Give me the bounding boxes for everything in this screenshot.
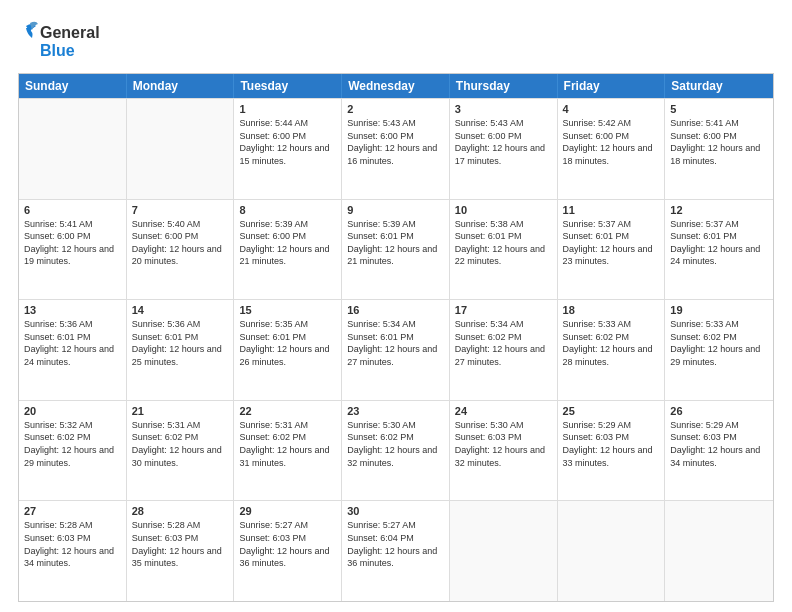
cell-info: Sunrise: 5:43 AM Sunset: 6:00 PM Dayligh… <box>455 117 552 167</box>
day-number: 30 <box>347 505 444 517</box>
day-number: 23 <box>347 405 444 417</box>
cal-cell: 14Sunrise: 5:36 AM Sunset: 6:01 PM Dayli… <box>127 300 235 400</box>
cal-cell: 9Sunrise: 5:39 AM Sunset: 6:01 PM Daylig… <box>342 200 450 300</box>
cal-cell: 7Sunrise: 5:40 AM Sunset: 6:00 PM Daylig… <box>127 200 235 300</box>
cell-info: Sunrise: 5:33 AM Sunset: 6:02 PM Dayligh… <box>670 318 768 368</box>
cell-info: Sunrise: 5:35 AM Sunset: 6:01 PM Dayligh… <box>239 318 336 368</box>
calendar: SundayMondayTuesdayWednesdayThursdayFrid… <box>18 73 774 602</box>
calendar-body: 1Sunrise: 5:44 AM Sunset: 6:00 PM Daylig… <box>19 98 773 601</box>
cal-cell: 17Sunrise: 5:34 AM Sunset: 6:02 PM Dayli… <box>450 300 558 400</box>
cell-info: Sunrise: 5:39 AM Sunset: 6:00 PM Dayligh… <box>239 218 336 268</box>
cal-cell: 2Sunrise: 5:43 AM Sunset: 6:00 PM Daylig… <box>342 99 450 199</box>
cal-cell: 6Sunrise: 5:41 AM Sunset: 6:00 PM Daylig… <box>19 200 127 300</box>
cal-cell: 13Sunrise: 5:36 AM Sunset: 6:01 PM Dayli… <box>19 300 127 400</box>
day-number: 16 <box>347 304 444 316</box>
day-number: 3 <box>455 103 552 115</box>
day-number: 20 <box>24 405 121 417</box>
day-number: 27 <box>24 505 121 517</box>
cal-cell: 30Sunrise: 5:27 AM Sunset: 6:04 PM Dayli… <box>342 501 450 601</box>
cell-info: Sunrise: 5:41 AM Sunset: 6:00 PM Dayligh… <box>24 218 121 268</box>
day-number: 22 <box>239 405 336 417</box>
cal-week-5: 27Sunrise: 5:28 AM Sunset: 6:03 PM Dayli… <box>19 500 773 601</box>
cell-info: Sunrise: 5:42 AM Sunset: 6:00 PM Dayligh… <box>563 117 660 167</box>
cell-info: Sunrise: 5:43 AM Sunset: 6:00 PM Dayligh… <box>347 117 444 167</box>
cell-info: Sunrise: 5:32 AM Sunset: 6:02 PM Dayligh… <box>24 419 121 469</box>
cal-header-saturday: Saturday <box>665 74 773 98</box>
cell-info: Sunrise: 5:31 AM Sunset: 6:02 PM Dayligh… <box>239 419 336 469</box>
cal-cell: 16Sunrise: 5:34 AM Sunset: 6:01 PM Dayli… <box>342 300 450 400</box>
day-number: 12 <box>670 204 768 216</box>
cell-info: Sunrise: 5:37 AM Sunset: 6:01 PM Dayligh… <box>670 218 768 268</box>
cal-cell: 18Sunrise: 5:33 AM Sunset: 6:02 PM Dayli… <box>558 300 666 400</box>
day-number: 17 <box>455 304 552 316</box>
cell-info: Sunrise: 5:38 AM Sunset: 6:01 PM Dayligh… <box>455 218 552 268</box>
day-number: 2 <box>347 103 444 115</box>
cal-cell: 1Sunrise: 5:44 AM Sunset: 6:00 PM Daylig… <box>234 99 342 199</box>
cell-info: Sunrise: 5:29 AM Sunset: 6:03 PM Dayligh… <box>670 419 768 469</box>
cal-cell: 26Sunrise: 5:29 AM Sunset: 6:03 PM Dayli… <box>665 401 773 501</box>
calendar-header-row: SundayMondayTuesdayWednesdayThursdayFrid… <box>19 74 773 98</box>
cal-week-1: 1Sunrise: 5:44 AM Sunset: 6:00 PM Daylig… <box>19 98 773 199</box>
cal-week-2: 6Sunrise: 5:41 AM Sunset: 6:00 PM Daylig… <box>19 199 773 300</box>
cal-cell <box>127 99 235 199</box>
cal-cell: 8Sunrise: 5:39 AM Sunset: 6:00 PM Daylig… <box>234 200 342 300</box>
cal-cell: 11Sunrise: 5:37 AM Sunset: 6:01 PM Dayli… <box>558 200 666 300</box>
cell-info: Sunrise: 5:30 AM Sunset: 6:02 PM Dayligh… <box>347 419 444 469</box>
day-number: 19 <box>670 304 768 316</box>
day-number: 7 <box>132 204 229 216</box>
cell-info: Sunrise: 5:36 AM Sunset: 6:01 PM Dayligh… <box>24 318 121 368</box>
cal-week-3: 13Sunrise: 5:36 AM Sunset: 6:01 PM Dayli… <box>19 299 773 400</box>
cal-cell: 22Sunrise: 5:31 AM Sunset: 6:02 PM Dayli… <box>234 401 342 501</box>
day-number: 25 <box>563 405 660 417</box>
cell-info: Sunrise: 5:29 AM Sunset: 6:03 PM Dayligh… <box>563 419 660 469</box>
svg-text:Blue: Blue <box>40 42 75 59</box>
cell-info: Sunrise: 5:39 AM Sunset: 6:01 PM Dayligh… <box>347 218 444 268</box>
cal-cell: 24Sunrise: 5:30 AM Sunset: 6:03 PM Dayli… <box>450 401 558 501</box>
cal-cell: 27Sunrise: 5:28 AM Sunset: 6:03 PM Dayli… <box>19 501 127 601</box>
cal-header-monday: Monday <box>127 74 235 98</box>
day-number: 5 <box>670 103 768 115</box>
cal-cell: 29Sunrise: 5:27 AM Sunset: 6:03 PM Dayli… <box>234 501 342 601</box>
day-number: 18 <box>563 304 660 316</box>
cal-cell: 21Sunrise: 5:31 AM Sunset: 6:02 PM Dayli… <box>127 401 235 501</box>
day-number: 28 <box>132 505 229 517</box>
cell-info: Sunrise: 5:30 AM Sunset: 6:03 PM Dayligh… <box>455 419 552 469</box>
cal-header-sunday: Sunday <box>19 74 127 98</box>
cell-info: Sunrise: 5:41 AM Sunset: 6:00 PM Dayligh… <box>670 117 768 167</box>
day-number: 26 <box>670 405 768 417</box>
cal-cell <box>19 99 127 199</box>
day-number: 6 <box>24 204 121 216</box>
day-number: 11 <box>563 204 660 216</box>
day-number: 9 <box>347 204 444 216</box>
day-number: 10 <box>455 204 552 216</box>
day-number: 13 <box>24 304 121 316</box>
cell-info: Sunrise: 5:34 AM Sunset: 6:01 PM Dayligh… <box>347 318 444 368</box>
cal-cell: 5Sunrise: 5:41 AM Sunset: 6:00 PM Daylig… <box>665 99 773 199</box>
cal-cell: 15Sunrise: 5:35 AM Sunset: 6:01 PM Dayli… <box>234 300 342 400</box>
cell-info: Sunrise: 5:40 AM Sunset: 6:00 PM Dayligh… <box>132 218 229 268</box>
cal-cell <box>450 501 558 601</box>
cell-info: Sunrise: 5:31 AM Sunset: 6:02 PM Dayligh… <box>132 419 229 469</box>
cal-header-tuesday: Tuesday <box>234 74 342 98</box>
cell-info: Sunrise: 5:36 AM Sunset: 6:01 PM Dayligh… <box>132 318 229 368</box>
day-number: 24 <box>455 405 552 417</box>
day-number: 29 <box>239 505 336 517</box>
day-number: 1 <box>239 103 336 115</box>
cell-info: Sunrise: 5:27 AM Sunset: 6:03 PM Dayligh… <box>239 519 336 569</box>
cal-cell: 23Sunrise: 5:30 AM Sunset: 6:02 PM Dayli… <box>342 401 450 501</box>
cell-info: Sunrise: 5:28 AM Sunset: 6:03 PM Dayligh… <box>132 519 229 569</box>
day-number: 15 <box>239 304 336 316</box>
day-number: 21 <box>132 405 229 417</box>
cal-cell: 20Sunrise: 5:32 AM Sunset: 6:02 PM Dayli… <box>19 401 127 501</box>
cell-info: Sunrise: 5:44 AM Sunset: 6:00 PM Dayligh… <box>239 117 336 167</box>
svg-text:General: General <box>40 24 100 41</box>
logo: General Blue <box>18 18 113 63</box>
cell-info: Sunrise: 5:28 AM Sunset: 6:03 PM Dayligh… <box>24 519 121 569</box>
cal-header-wednesday: Wednesday <box>342 74 450 98</box>
page: General Blue SundayMondayTuesdayWednesda… <box>0 0 792 612</box>
cal-cell: 4Sunrise: 5:42 AM Sunset: 6:00 PM Daylig… <box>558 99 666 199</box>
cal-header-thursday: Thursday <box>450 74 558 98</box>
cal-cell: 28Sunrise: 5:28 AM Sunset: 6:03 PM Dayli… <box>127 501 235 601</box>
cell-info: Sunrise: 5:27 AM Sunset: 6:04 PM Dayligh… <box>347 519 444 569</box>
cell-info: Sunrise: 5:34 AM Sunset: 6:02 PM Dayligh… <box>455 318 552 368</box>
